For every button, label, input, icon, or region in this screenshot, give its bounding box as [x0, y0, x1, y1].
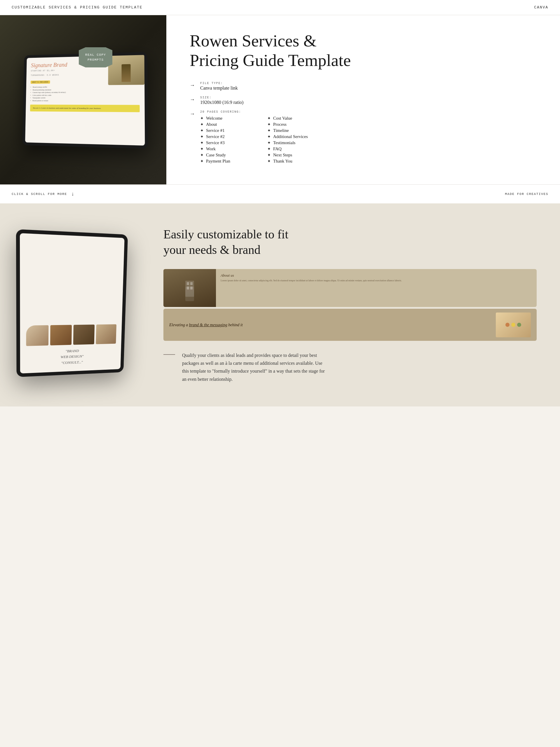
preview-brand-image — [496, 312, 531, 337]
page-item-work: ✦Work — [200, 147, 258, 151]
dot-green — [517, 323, 521, 327]
building-illustration — [184, 278, 196, 298]
description-text: Qualify your clients as ideal leads and … — [182, 351, 328, 383]
header-title: CUSTOMIZABLE SERVICES & PRICING GUIDE TE… — [12, 5, 143, 10]
svg-rect-0 — [185, 281, 194, 297]
svg-rect-2 — [190, 282, 193, 285]
portfolio-item-3 — [73, 325, 95, 344]
svg-rect-1 — [187, 282, 189, 285]
page-item-next-steps: ✦Next Steps — [267, 153, 331, 158]
size-block: SIZE: 1920x1080 (16:9 ratio) — [200, 96, 244, 105]
tablet-badge: WHAT'S INCLUDED — [31, 80, 50, 84]
preview-about-body: Lorem ipsum dolor sit amet, consectetur … — [221, 279, 532, 283]
portfolio-item-1 — [26, 325, 48, 346]
page-item-case-study: ✦Case Study — [200, 153, 258, 158]
tablet-brand-text: "BRAND WEB DESIGN" "CONSULT..." — [60, 348, 84, 366]
footer-tagline: MADE FOR CREATIVES — [505, 192, 548, 196]
svg-rect-4 — [190, 287, 193, 289]
page-item-additional: ✦Additional Services — [267, 134, 331, 139]
scroll-arrow-icon: ↓ — [71, 191, 75, 197]
svg-rect-3 — [187, 287, 189, 289]
page-item-thank-you: ✦Thank You — [267, 159, 331, 164]
section-two-content: Easily customizable to fit your needs & … — [146, 227, 560, 383]
portfolio-grid — [26, 324, 117, 346]
arrow-icon-1: → — [190, 82, 195, 88]
description-block: Qualify your clients as ideal leads and … — [163, 351, 537, 383]
footer-bar: CLICK & SCROLL FOR MORE ↓ MADE FOR CREAT… — [0, 184, 560, 203]
desc-divider — [163, 354, 175, 355]
page-item-welcome: ✦Welcome — [200, 116, 258, 121]
scroll-text: CLICK & SCROLL FOR MORE — [12, 192, 67, 196]
scroll-cta: CLICK & SCROLL FOR MORE ↓ — [12, 191, 75, 197]
tablet-screen-2: "BRAND WEB DESIGN" "CONSULT..." — [20, 233, 125, 374]
page-item-timeline: ✦Timeline — [267, 128, 331, 133]
preview-card-image-left — [163, 269, 216, 307]
file-type-row: → FILE TYPE: Canva template link — [190, 82, 540, 91]
tablet-screen: Signature Brand STARTING AT $1,8K+ TURNA… — [25, 55, 145, 146]
portfolio-item-4 — [96, 324, 117, 344]
hero-section: REAL COPY PROMPTS Signature Brand STARTI… — [0, 15, 560, 184]
preview-card-about: About us Lorem ipsum dolor sit amet, con… — [163, 269, 537, 307]
size-row: → SIZE: 1920x1080 (16:9 ratio) — [190, 96, 540, 105]
tablet-content: Signature Brand STARTING AT $1,8K+ TURNA… — [25, 55, 145, 146]
dot-yellow — [511, 323, 515, 327]
hero-content: Rowen Services & Pricing Guide Template … — [166, 15, 560, 184]
file-type-label: FILE TYPE: — [200, 82, 238, 85]
pages-grid: ✦Welcome ✦Cost Value ✦About ✦Process ✦Se… — [200, 116, 331, 164]
page-item-about: ✦About — [200, 122, 258, 127]
preview-card-text-right: About us Lorem ipsum dolor sit amet, con… — [216, 269, 537, 307]
preview-card-brand: Elevating a brand & the messaging behind… — [163, 309, 537, 341]
tablet-mockup: REAL COPY PROMPTS Signature Brand STARTI… — [0, 15, 166, 184]
preview-brand-text: Elevating a brand & the messaging behind… — [169, 322, 491, 328]
hero-image-side: REAL COPY PROMPTS Signature Brand STARTI… — [0, 15, 166, 184]
real-copy-badge: REAL COPY PROMPTS — [79, 47, 112, 68]
size-value: 1920x1080 (16:9 ratio) — [200, 100, 244, 105]
section-two-image: "BRAND WEB DESIGN" "CONSULT..." — [0, 227, 146, 383]
tablet-yellow-box: You are 1-2 years in business and unders… — [30, 104, 140, 112]
hero-title: Rowen Services & Pricing Guide Template — [190, 31, 540, 70]
tablet-mockup-2: "BRAND WEB DESIGN" "CONSULT..." — [16, 229, 128, 377]
file-type-block: FILE TYPE: Canva template link — [200, 82, 238, 91]
page-item-testimonials: ✦Testimonials — [267, 140, 331, 145]
badge-line1: REAL COPY — [85, 53, 106, 57]
page-item-service3: ✦Service #3 — [200, 140, 258, 145]
preview-section: About us Lorem ipsum dolor sit amet, con… — [163, 269, 537, 341]
preview-about-heading: About us — [221, 273, 532, 278]
page-item-process: ✦Process — [267, 122, 331, 127]
pages-block: 20 PAGES COVERING: ✦Welcome ✦Cost Value … — [200, 110, 331, 164]
site-header: CUSTOMIZABLE SERVICES & PRICING GUIDE TE… — [0, 0, 560, 15]
page-item-service2: ✦Service #2 — [200, 134, 258, 139]
page-item-payment: ✦Payment Plan — [200, 159, 258, 164]
arrow-icon-2: → — [190, 97, 195, 103]
header-brand: CANVA — [534, 5, 548, 10]
size-label: SIZE: — [200, 96, 244, 99]
pages-row: → 20 PAGES COVERING: ✦Welcome ✦Cost Valu… — [190, 110, 540, 164]
tablet-image-inset — [108, 55, 145, 85]
section-two-title: Easily customizable to fit your needs & … — [163, 227, 537, 257]
pages-label: 20 PAGES COVERING: — [200, 110, 331, 113]
tablet-list: Brand strategy profile Brand positioning… — [30, 85, 140, 102]
arrow-icon-3: → — [190, 111, 195, 117]
page-item-faq: ✦FAQ — [267, 147, 331, 151]
file-type-value: Canva template link — [200, 85, 238, 91]
section-two: "BRAND WEB DESIGN" "CONSULT..." Easily c… — [0, 203, 560, 407]
badge-line2: PROMPTS — [87, 58, 104, 61]
page-item-service1: ✦Service #1 — [200, 128, 258, 133]
dot-orange — [505, 323, 510, 327]
portfolio-item-2 — [50, 325, 72, 345]
page-item-cost-value: ✦Cost Value — [267, 116, 331, 121]
